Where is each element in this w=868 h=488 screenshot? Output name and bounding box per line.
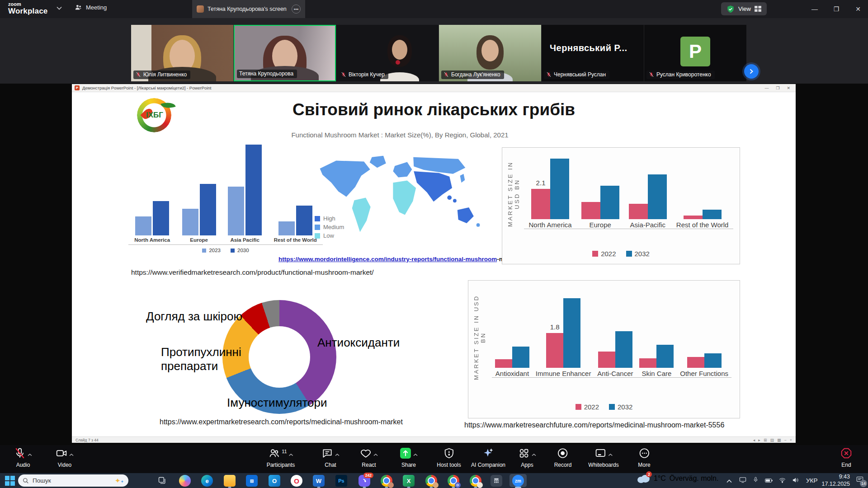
toolbar-button-label: Chat [325,462,336,468]
category-label: North America [529,221,572,229]
zoom-in-icon[interactable]: + [790,438,792,442]
zoom-app-button[interactable]: zm [512,474,524,487]
tab-shared-screen[interactable]: Тетяна Круподьорова's screen ••• [192,0,305,18]
category-label: Rest of the World [274,237,317,244]
edge-button[interactable]: e [201,474,213,487]
video-tile-tetyana[interactable]: Тетяна Круподьорова [234,25,336,81]
video-tile-viktoriya[interactable]: Вікторія Кучер [336,25,439,81]
calculator-icon [491,475,502,487]
chevron-up-icon[interactable] [69,450,74,458]
toolbar-button-label: React [362,462,376,468]
mordor-hyperlink[interactable]: https://www.mordorintelligence.com/indus… [278,256,497,263]
windows-taskbar: Пошук ✦✦ e ⊞ O O W Ps [0,473,868,488]
profile-avatar [477,482,483,488]
video-tile-yuliya[interactable]: Юлія Литвиненко [131,25,233,81]
word-button[interactable]: W [312,474,325,487]
excel-icon: X [403,475,415,487]
photoshop-button[interactable]: Ps [335,474,348,487]
slideshow-view-icon[interactable]: ▦ [777,438,781,442]
viber-button[interactable]: 242 [358,474,371,487]
donut-label-anticancer: Протипухлинні препарати [161,345,258,373]
participants-count-badge: 11 [282,449,287,454]
donut-label-skin-care: Догляд за шкірою [146,310,242,324]
tab-options-icon[interactable]: ••• [292,5,301,14]
muted-mic-icon [341,72,346,77]
toolbar-button-react[interactable]: React [360,448,378,468]
toolbar-button-apps[interactable]: Apps [518,448,536,468]
microsoft-store-button[interactable]: ⊞ [245,474,258,487]
wifi-icon[interactable] [779,477,786,485]
toolbar-button-video[interactable]: Video [56,448,74,468]
chevron-up-icon[interactable] [335,450,340,458]
weather-widget[interactable]: 2 1°C Överväg. moln. [637,474,718,483]
toolbar-button-more[interactable]: More [638,448,650,468]
chevron-up-icon[interactable] [28,450,32,458]
bar [135,216,151,235]
video-tile-chernyavskyi[interactable]: Чернявський Р... Чернявський Руслан [542,25,644,81]
people-icon [268,447,280,461]
next-slide-icon[interactable]: ▸ [758,438,760,442]
keyboard-language-indicator[interactable]: УКР [806,477,817,484]
microphone-icon[interactable] [753,476,759,485]
start-button[interactable] [4,474,16,487]
normal-view-icon[interactable]: ⊞ [764,438,767,442]
excel-button[interactable]: X [402,474,415,487]
toolbar-button-share[interactable]: Share [400,448,418,468]
chrome-profile3-button[interactable]: D [447,474,460,487]
view-button[interactable]: View [721,2,767,15]
toolbar-button-whiteboards[interactable]: Whiteboards [588,448,618,468]
chevron-up-icon[interactable] [413,450,418,458]
toolbar-button-participants[interactable]: 11Participants [267,448,295,468]
file-explorer-button[interactable] [223,474,236,487]
slide-canvas: ІХБГ Світовий ринок лікарських грибів Fu… [72,92,796,436]
ppt-close-button[interactable]: ✕ [787,86,790,90]
video-tile-ruslan[interactable]: P Руслан Криворотенко [644,25,746,81]
chrome-profile2-button[interactable] [425,474,438,487]
brand-workplace: Workplace [8,7,47,15]
toolbar-button-chat[interactable]: Chat [321,448,340,468]
chevron-up-icon[interactable] [373,450,378,458]
donut-label-antioxidants: Антиоксиданти [317,336,400,350]
taskbar-clock[interactable]: 9:43 17.12.2025 [821,474,850,488]
toolbar-button-audio[interactable]: Audio [14,448,32,468]
screen-cast-icon[interactable] [739,477,746,485]
opera-button[interactable]: O [290,474,303,487]
ppt-minimize-button[interactable]: — [764,86,769,90]
battery-icon[interactable] [765,477,773,485]
participant-name: Вікторія Кучер [349,71,385,78]
sorter-view-icon[interactable]: ▤ [770,438,774,442]
weather-cloud-icon: 2 [637,474,650,483]
prev-slide-icon[interactable]: ◂ [753,438,755,442]
task-view-button[interactable] [156,474,169,487]
chevron-up-icon[interactable] [289,450,293,458]
toolbar-button-record[interactable]: Record [554,448,572,468]
search-input[interactable]: Пошук ✦✦ [18,474,128,487]
next-participants-button[interactable] [744,64,759,79]
calculator-button[interactable] [490,474,503,487]
chrome-profile4-button[interactable] [469,474,482,487]
outlook-button[interactable]: O [268,474,281,487]
toolbar-button-end[interactable]: End [840,448,852,468]
participant-nametag: Тетяна Круподьорова [237,70,297,78]
tab-meeting[interactable]: Meeting [75,4,107,11]
chrome-profile1-button[interactable] [380,474,393,487]
ppt-restore-button[interactable]: ❐ [776,86,779,90]
zoom-out-icon[interactable]: − [784,438,786,442]
copilot-button[interactable] [179,474,191,487]
system-tray: УКР 9:43 17.12.2025 14 [722,473,868,488]
restore-button[interactable]: ❐ [826,0,846,18]
toolbar-button-ai-companion[interactable]: AI Companion [471,448,505,468]
notification-center-button[interactable]: 14 [856,476,863,485]
avatar: P [680,37,710,66]
minimize-button[interactable]: — [805,0,825,18]
chart-plot-area: 2.1North AmericaEuropeAsia-PacificRest o… [524,162,733,229]
toolbar-button-host-tools[interactable]: Host tools [437,448,461,468]
chevron-up-icon[interactable] [608,450,613,458]
volume-icon[interactable] [792,477,799,485]
chevron-down-icon[interactable] [57,6,62,10]
tray-expand-icon[interactable] [726,477,732,485]
security-shield-icon[interactable] [726,5,735,13]
chevron-up-icon[interactable] [532,450,536,458]
close-button[interactable]: ✕ [848,0,868,18]
video-tile-bogdana[interactable]: Богдана Лук'яненко [439,25,541,81]
